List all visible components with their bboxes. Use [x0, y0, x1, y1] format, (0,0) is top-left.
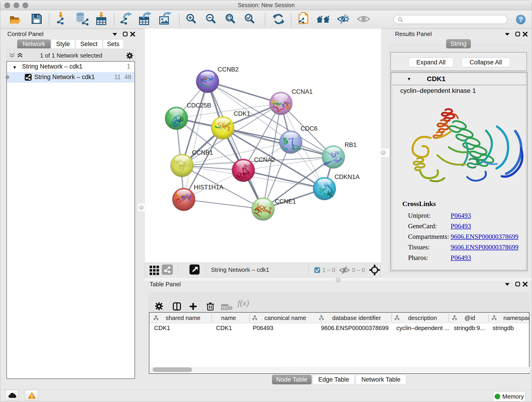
svg-text:CCNB2: CCNB2 — [218, 66, 239, 73]
svg-text:CCNA1: CCNA1 — [292, 88, 313, 95]
svg-text:CDC6: CDC6 — [301, 125, 317, 132]
svg-text:RB1: RB1 — [345, 141, 357, 148]
svg-text:HIST1H1A: HIST1H1A — [194, 184, 223, 191]
svg-text:CCNE1: CCNE1 — [275, 198, 296, 205]
svg-text:CDK1: CDK1 — [234, 110, 250, 117]
svg-text:CDC25B: CDC25B — [187, 102, 211, 109]
svg-text:CCNB1: CCNB1 — [192, 149, 213, 156]
svg-text:CDKN1A: CDKN1A — [335, 173, 360, 180]
svg-text:CCNA2: CCNA2 — [254, 156, 275, 163]
